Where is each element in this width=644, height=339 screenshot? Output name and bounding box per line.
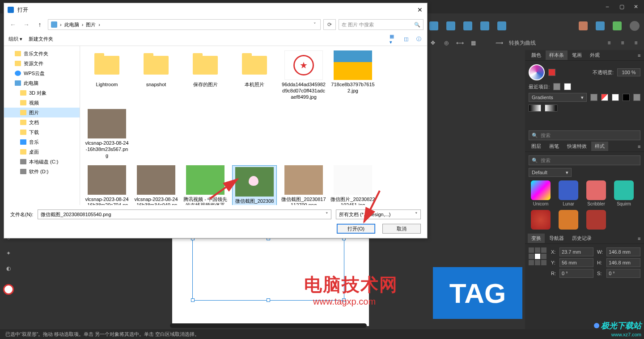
swatch-view-icon[interactable]: [590, 94, 597, 101]
style-tile[interactable]: Unicorn: [529, 180, 553, 206]
new-folder-button[interactable]: 新建文件夹: [29, 36, 53, 42]
nav-tree-item[interactable]: 文档: [4, 117, 80, 127]
tab-color[interactable]: 颜色: [528, 50, 545, 60]
panel-menu-icon[interactable]: ≡: [634, 234, 641, 243]
file-item[interactable]: snapshot: [134, 50, 178, 100]
y-input[interactable]: 56 mm: [559, 258, 593, 267]
toolbar-icon[interactable]: [446, 21, 455, 30]
h-input[interactable]: 146.8 mm: [606, 258, 640, 267]
resize-handle[interactable]: [191, 298, 195, 302]
resize-handle[interactable]: [267, 298, 270, 302]
address-dropdown[interactable]: ˅: [312, 19, 318, 30]
nav-tree-item[interactable]: 音乐: [4, 137, 80, 147]
file-item[interactable]: 96dda144ad345982d9c8d07c0ff431adcaef8499…: [281, 50, 326, 100]
minimize-button[interactable]: –: [602, 1, 613, 12]
help-icon[interactable]: ⓘ: [415, 36, 423, 42]
tab-history[interactable]: 历史记录: [568, 234, 595, 243]
style-tile[interactable]: [584, 210, 608, 230]
file-item[interactable]: vlcsnap-2023-08-24-16h38m34s949.png: [134, 165, 178, 205]
organize-button[interactable]: 组织 ▾: [8, 36, 22, 42]
file-item[interactable]: 微信图片_20230822102451.jpg: [330, 165, 375, 205]
nav-tree-item[interactable]: 下载: [4, 127, 80, 137]
cancel-button[interactable]: 取消: [382, 224, 421, 234]
nav-tree-item[interactable]: 视频: [4, 98, 80, 108]
align-icon[interactable]: ≡: [606, 39, 613, 46]
align-icon[interactable]: ▦: [470, 39, 477, 46]
up-button[interactable]: ↑: [34, 19, 45, 30]
forward-button[interactable]: →: [21, 19, 32, 30]
convert-curves-icon[interactable]: ⟿: [496, 39, 503, 46]
nav-tree-item[interactable]: 资源文件: [4, 59, 80, 68]
toolbar-icon[interactable]: [429, 21, 438, 30]
styles-group-dropdown[interactable]: Default▾: [529, 168, 572, 177]
toolbar-icon[interactable]: [497, 21, 506, 30]
color-well[interactable]: [3, 284, 14, 295]
maximize-button[interactable]: ▢: [616, 1, 627, 12]
color-wheel-icon[interactable]: [529, 64, 545, 80]
tab-stroke[interactable]: 笔画: [568, 50, 585, 60]
style-tile[interactable]: [529, 210, 553, 230]
align-icon[interactable]: ≡: [619, 39, 626, 46]
breadcrumb-item[interactable]: 此电脑: [64, 21, 79, 28]
picker-icon[interactable]: [548, 69, 555, 76]
gradients-dropdown[interactable]: Gradients▾: [529, 93, 587, 102]
file-item[interactable]: 本机照片: [232, 50, 277, 100]
dialog-close-button[interactable]: ✕: [416, 6, 424, 13]
panel-menu-icon[interactable]: ≡: [634, 51, 641, 59]
file-item[interactable]: 保存的图片: [183, 50, 228, 100]
view-mode-button[interactable]: ▦ ▾: [390, 36, 398, 42]
file-item[interactable]: 腾讯视频 - 中国领先的在线视频媒体平台,海量高清视频在线观...: [183, 165, 228, 205]
style-tile[interactable]: Scribbler: [584, 180, 608, 206]
nav-tree-item[interactable]: 音乐文件夹: [4, 49, 80, 59]
recent-swatch[interactable]: [553, 83, 560, 90]
tab-swatches[interactable]: 样本条: [546, 50, 568, 60]
refresh-button[interactable]: ⟳: [323, 19, 336, 30]
style-tile[interactable]: Squirm: [612, 180, 636, 206]
opacity-value[interactable]: 100 %: [617, 68, 640, 76]
nav-tree-item[interactable]: 桌面: [4, 147, 80, 157]
align-icon[interactable]: ⟷: [456, 39, 463, 46]
s-input[interactable]: 0 °: [606, 269, 640, 278]
tool-icon[interactable]: ◐: [4, 264, 13, 272]
file-item[interactable]: vlcsnap-2023-08-24-16h38m29s704.png: [85, 165, 129, 205]
address-bar[interactable]: › 此电脑 › 图片 › ˅: [48, 19, 321, 30]
file-item[interactable]: 微信截图_20230817112700.png: [281, 165, 326, 205]
back-button[interactable]: ←: [8, 19, 18, 30]
none-swatch[interactable]: [601, 94, 608, 101]
toolbar-icon[interactable]: [579, 21, 588, 30]
file-item[interactable]: 718ce8b3797b76152.jpg: [330, 50, 375, 100]
nav-tree-item[interactable]: 软件 (D:): [4, 167, 80, 176]
convert-curves-label[interactable]: 转换为曲线: [509, 39, 536, 47]
anchor-grid[interactable]: [529, 247, 547, 265]
recent-swatch[interactable]: [564, 83, 571, 90]
x-input[interactable]: 23.7 mm: [559, 247, 593, 256]
close-button[interactable]: ✕: [631, 1, 641, 12]
style-tile[interactable]: [556, 210, 580, 230]
nav-tree-item[interactable]: 此电脑: [4, 78, 80, 88]
preview-pane-button[interactable]: ◫: [402, 36, 410, 42]
swatch[interactable]: [612, 94, 619, 101]
file-item[interactable]: vlcsnap-2023-08-24-16h38m23s567.png: [85, 109, 129, 159]
tab-styles[interactable]: 样式: [591, 142, 608, 151]
styles-search-input[interactable]: 🔍 搜索: [529, 155, 640, 165]
align-icon[interactable]: ≡: [632, 39, 640, 46]
gradient-swatch[interactable]: [545, 105, 557, 112]
align-icon[interactable]: ◎: [443, 39, 450, 46]
tool-icon[interactable]: ✦: [4, 249, 13, 257]
file-item[interactable]: Lightroom: [85, 50, 129, 100]
dialog-search-input[interactable]: 在 图片 中搜索🔍: [339, 19, 424, 30]
canvas-scrollbar-horizontal[interactable]: [170, 323, 367, 328]
nav-tree-item[interactable]: 图片: [4, 108, 80, 117]
file-item[interactable]: 微信截图_20230808105540.png: [232, 165, 277, 205]
toolbar-icon[interactable]: [463, 21, 472, 30]
tab-brushes[interactable]: 画笔: [546, 142, 563, 151]
tab-fx[interactable]: 快速特效: [564, 142, 590, 151]
swatch[interactable]: [623, 94, 630, 101]
w-input[interactable]: 146.8 mm: [606, 247, 640, 256]
mid-search-input[interactable]: 🔍 搜索: [529, 130, 640, 140]
nav-tree-item[interactable]: WPS云盘: [4, 68, 80, 78]
tab-layers[interactable]: 图层: [528, 142, 545, 151]
toolbar-icon[interactable]: [596, 21, 605, 30]
gradient-swatch[interactable]: [529, 105, 541, 112]
user-avatar[interactable]: [630, 21, 640, 31]
